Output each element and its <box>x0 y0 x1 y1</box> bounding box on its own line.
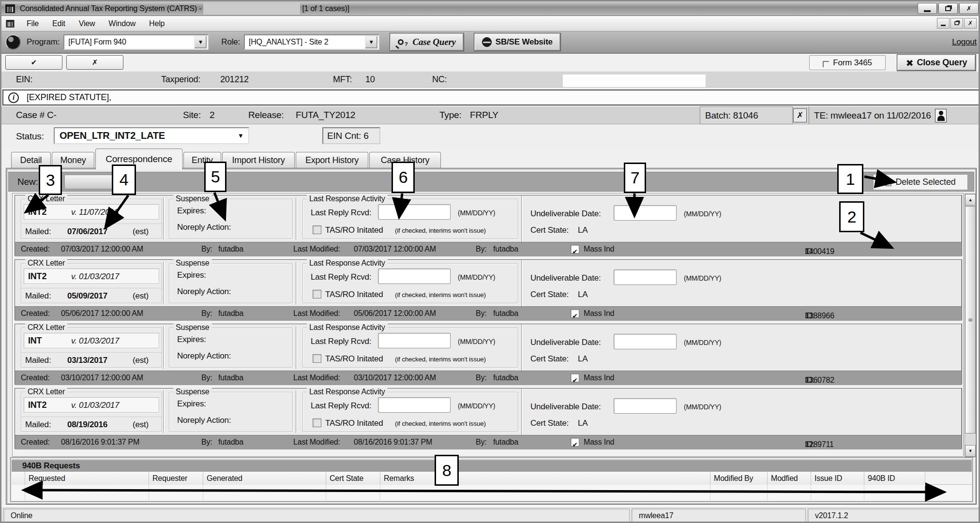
close-button[interactable]: ✗ <box>959 3 979 14</box>
entry-footer: Created: 08/16/2016 9:01:37 PM By: futad… <box>15 435 962 449</box>
tasro-checkbox[interactable] <box>313 225 321 234</box>
menu-help[interactable]: Help <box>142 16 171 31</box>
scroll-up-button[interactable]: ▲ <box>965 194 976 206</box>
sbse-website-button[interactable]: SB/SE Website <box>474 33 560 51</box>
grip-icon: ≡ <box>968 316 973 323</box>
mailed-est: (est) <box>133 356 149 365</box>
last-reply-input[interactable] <box>378 204 451 220</box>
type-value: FRPLY <box>470 110 498 120</box>
date-format-hint: (MM/DD/YY) <box>684 339 721 346</box>
undeliverable-date-input[interactable] <box>614 269 677 285</box>
case-query-button[interactable]: ? Case Query <box>390 33 464 51</box>
tab-import-history[interactable]: Import History <box>222 152 295 168</box>
entry-footer: Created: 05/06/2017 12:00:00 AM By: futa… <box>15 306 962 321</box>
menu-file[interactable]: File <box>20 16 45 31</box>
last-modified-label: Last Modified: <box>293 245 340 254</box>
col-modfied[interactable]: Modfied <box>768 472 811 485</box>
app-icon <box>5 4 15 13</box>
statusbar-version: v2017.1.2 <box>808 508 980 523</box>
crx-letter-legend: CRX Letter <box>25 388 67 396</box>
last-reply-input[interactable] <box>378 333 451 348</box>
delete-selected-button[interactable]: Delete Selected <box>873 174 968 190</box>
new-toolbar: New: Delete Selected <box>8 172 974 192</box>
status-row: Status: OPEN_LTR_INT2_LATE ▼ EIN Cnt: 6 <box>1 124 980 148</box>
created-label: Created: <box>21 374 50 382</box>
redacted-block <box>203 3 300 15</box>
info-icon: i <box>8 92 19 103</box>
col-940b-id[interactable]: 940B ID <box>864 472 925 485</box>
requests-empty-row[interactable]: ▶ <box>12 485 972 500</box>
status-select[interactable]: OPEN_LTR_INT2_LATE ▼ <box>54 127 249 144</box>
status-label: Status: <box>16 131 44 142</box>
menu-edit[interactable]: Edit <box>45 16 72 31</box>
section-divider <box>296 197 297 240</box>
minimize-button[interactable] <box>918 3 937 14</box>
role-select[interactable]: [HQ_ANALYST] - Site 2 ▼ <box>244 34 379 50</box>
tab-export-history[interactable]: Export History <box>296 152 368 168</box>
mass-ind-checkbox[interactable]: ✔ <box>571 245 579 254</box>
col-cert-state[interactable]: Cert State <box>326 472 380 485</box>
accept-button[interactable]: ✔ <box>5 55 62 70</box>
form-3465-button[interactable]: Form 3465 <box>809 55 886 70</box>
program-select[interactable]: [FUTA] Form 940 ▼ <box>63 34 209 50</box>
close-query-button[interactable]: ✖ Close Query <box>897 55 976 71</box>
window-title-suffix: [1 of 1 cases)] <box>302 4 349 13</box>
col-requested[interactable]: Requested <box>25 472 149 485</box>
last-reply-input[interactable] <box>378 397 451 413</box>
mass-ind-checkbox[interactable]: ✔ <box>571 374 579 382</box>
undeliverable-date-input[interactable] <box>614 334 677 349</box>
reject-button[interactable]: ✗ <box>66 55 123 70</box>
scroll-down-button[interactable]: ▼ <box>965 445 976 457</box>
date-format-hint: (MM/DD/YY) <box>458 273 495 281</box>
noreply-action-label: Noreply Action: <box>177 351 231 361</box>
requests-940b-title: 940B Requests <box>22 461 80 471</box>
mdi-minimize-button[interactable] <box>937 18 950 29</box>
letter-code-box: INT2 v. 01/03/2017 <box>24 397 159 413</box>
program-icon <box>5 34 21 50</box>
restore-button[interactable] <box>938 3 958 14</box>
program-dropdown-icon[interactable]: ▼ <box>194 36 207 48</box>
role-dropdown-icon[interactable]: ▼ <box>365 36 377 48</box>
menu-view[interactable]: View <box>72 16 102 31</box>
undeliverable-date-input[interactable] <box>614 205 677 221</box>
last-response-activity-legend: Last Response Activity <box>307 323 388 332</box>
mdi-close-button[interactable]: ✗ <box>964 18 977 29</box>
correspondence-entry: CRX Letter INT2 v. 01/03/2017 Mailed: 08… <box>15 388 962 449</box>
batch-clear-button[interactable]: ✗ <box>793 108 807 122</box>
scrollbar-thumb[interactable]: ≡ <box>965 206 976 433</box>
logout-link[interactable]: Logout <box>952 37 977 47</box>
col-remarks[interactable]: Remarks <box>380 472 710 485</box>
undeliverable-date-input[interactable] <box>614 398 677 414</box>
search-icon <box>398 39 404 45</box>
mass-ind-checkbox[interactable]: ✔ <box>571 438 579 447</box>
person-icon[interactable] <box>935 109 947 122</box>
tasro-checkbox[interactable] <box>313 418 321 427</box>
expires-label: Expires: <box>177 206 206 216</box>
last-response-activity-group: Last Response Activity Last Reply Rcvd: … <box>302 328 518 368</box>
mass-ind-checkbox[interactable]: ✔ <box>571 309 579 318</box>
col-modified-by[interactable]: Modified By <box>710 472 768 485</box>
mailed-line: Mailed: 03/13/2017 (est) <box>21 352 162 367</box>
mass-ind-label: Mass Ind <box>584 245 614 254</box>
created-by-label: By: <box>201 309 212 318</box>
section-divider <box>296 326 297 369</box>
tasro-checkbox[interactable] <box>313 290 321 299</box>
search-question-icon: ? <box>405 41 408 47</box>
tasro-checkbox[interactable] <box>313 354 321 363</box>
mdi-restore-button[interactable] <box>950 18 963 29</box>
vertical-scrollbar[interactable]: ▲ ≡ ▼ <box>965 194 976 457</box>
mailed-date: 08/19/2016 <box>67 420 107 430</box>
tab-correspondence[interactable]: Correspondence <box>95 149 182 169</box>
cert-state-value: LA <box>578 418 588 428</box>
undeliverable-section: Undeliverable Date: (MM/DD/YY) Cert Stat… <box>523 324 959 371</box>
ein-count-label: EIN Cnt: <box>327 131 361 141</box>
col-issue-id[interactable]: Issue ID <box>811 472 864 485</box>
col-generated[interactable]: Generated <box>203 472 326 485</box>
last-reply-input[interactable] <box>378 269 451 284</box>
mft-label: MFT: <box>333 75 352 85</box>
new-letter-select[interactable] <box>64 175 115 189</box>
last-response-activity-legend: Last Response Activity <box>307 388 388 396</box>
col-requester[interactable]: Requester <box>149 472 203 485</box>
menu-window[interactable]: Window <box>102 16 142 31</box>
modified-by-value: futadba <box>493 245 518 254</box>
